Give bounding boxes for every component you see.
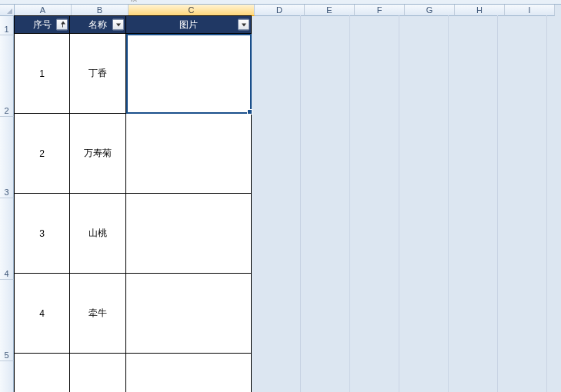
col-header-C[interactable]: C [129, 5, 255, 16]
table-header-cell[interactable]: 序号 [14, 15, 70, 34]
table-header-label: 序号 [33, 18, 52, 32]
seq-cell[interactable]: 3 [14, 194, 70, 274]
row-header-2[interactable]: 2 [0, 35, 14, 117]
gridline-vertical [546, 15, 547, 392]
col-header-D[interactable]: D [255, 5, 305, 16]
col-header-B[interactable]: B [72, 5, 129, 16]
col-header-E[interactable]: E [305, 5, 355, 16]
column-header-row: ABCDEFGHI [0, 5, 561, 15]
table-row: 3山桃 [14, 194, 252, 274]
seq-cell[interactable]: 2 [14, 114, 70, 194]
table-header-label: 名称 [88, 18, 107, 32]
col-header-F[interactable]: F [355, 5, 405, 16]
table-header-cell[interactable]: 图片 [126, 15, 252, 34]
gridline-vertical [349, 15, 350, 392]
cell-grid[interactable]: 序号名称图片1丁香2万寿菊3山桃4牵牛 [14, 15, 561, 392]
select-all-corner[interactable] [0, 5, 15, 16]
pic-cell[interactable] [126, 274, 252, 354]
table-row: 4牵牛 [14, 274, 252, 354]
table-row [14, 354, 252, 392]
pic-cell[interactable] [126, 354, 252, 392]
filter-dropdown-icon[interactable] [238, 19, 249, 31]
name-cell[interactable]: 山桃 [70, 194, 126, 274]
formula-bar-fragment: C2 fx [0, 0, 561, 5]
row-header-strip: 123456 [0, 15, 14, 392]
col-header-H[interactable]: H [455, 5, 505, 16]
gridline-vertical [399, 15, 399, 392]
col-header-A[interactable]: A [15, 5, 72, 16]
table-row: 2万寿菊 [14, 114, 252, 194]
filter-dropdown-icon[interactable] [112, 19, 124, 31]
table-header-label: 图片 [179, 18, 198, 32]
filter-sort-asc-icon[interactable] [56, 19, 68, 31]
seq-cell[interactable] [14, 354, 70, 392]
spreadsheet: ABCDEFGHI 123456 序号名称图片1丁香2万寿菊3山桃4牵牛 [0, 5, 561, 392]
seq-cell[interactable]: 1 [14, 34, 70, 114]
col-header-G[interactable]: G [405, 5, 455, 16]
col-header-I[interactable]: I [505, 5, 555, 16]
row-header-1[interactable]: 1 [0, 15, 14, 35]
name-cell[interactable]: 牵牛 [70, 274, 126, 354]
pic-cell[interactable] [126, 114, 252, 194]
gridline-vertical [448, 15, 449, 392]
seq-cell[interactable]: 4 [14, 274, 70, 354]
name-cell[interactable] [70, 354, 126, 392]
pic-cell[interactable] [126, 34, 252, 114]
name-box[interactable]: C2 [22, 0, 32, 2]
row-header-5[interactable]: 5 [0, 280, 14, 361]
row-header-3[interactable]: 3 [0, 117, 14, 198]
table-header-row: 序号名称图片 [14, 15, 252, 34]
pic-cell[interactable] [126, 194, 252, 274]
fx-icon[interactable]: fx [131, 0, 138, 3]
name-cell[interactable]: 万寿菊 [70, 114, 126, 194]
name-cell[interactable]: 丁香 [70, 34, 126, 114]
row-header-4[interactable]: 4 [0, 198, 14, 280]
row-header-6[interactable]: 6 [0, 361, 14, 392]
table-header-cell[interactable]: 名称 [70, 15, 126, 34]
gridline-vertical [300, 15, 301, 392]
table-row: 1丁香 [14, 34, 252, 114]
gridline-vertical [497, 15, 498, 392]
